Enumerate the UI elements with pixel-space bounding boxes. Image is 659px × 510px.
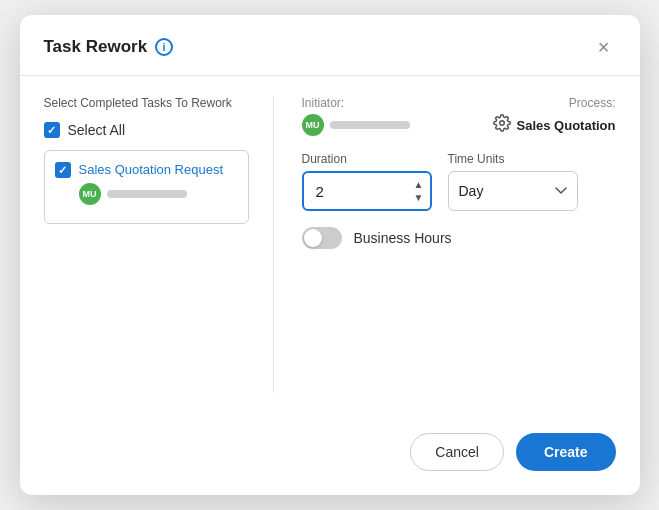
info-icon[interactable]: i bbox=[155, 38, 173, 56]
business-hours-toggle[interactable] bbox=[302, 227, 342, 249]
create-button[interactable]: Create bbox=[516, 433, 616, 471]
user-name-blurred bbox=[107, 190, 187, 198]
spinner-up-button[interactable]: ▲ bbox=[412, 179, 426, 191]
avatar: MU bbox=[79, 183, 101, 205]
process-block: Process: Sales Quotation bbox=[493, 96, 616, 136]
process-label: Process: bbox=[569, 96, 616, 110]
toggle-knob bbox=[304, 229, 322, 247]
time-units-field-block: Time Units Day Minute Hour Week Month bbox=[448, 152, 578, 211]
dialog-title-area: Task Rework i bbox=[44, 37, 174, 57]
duration-input-wrap: ▲ ▼ bbox=[302, 171, 432, 211]
duration-row: Duration ▲ ▼ Time Units Day Minute H bbox=[302, 152, 616, 211]
task-name[interactable]: Sales Quotation Request bbox=[79, 161, 224, 179]
dialog: Task Rework i × Select Completed Tasks T… bbox=[20, 15, 640, 495]
duration-label: Duration bbox=[302, 152, 432, 166]
task-user-row: MU bbox=[79, 183, 224, 205]
time-units-select[interactable]: Day Minute Hour Week Month bbox=[448, 171, 578, 211]
initiator-row: MU bbox=[302, 114, 410, 136]
svg-point-0 bbox=[499, 121, 504, 126]
task-info: Sales Quotation Request MU bbox=[79, 161, 224, 205]
tasks-list: Sales Quotation Request MU bbox=[44, 150, 249, 224]
select-all-row: Select All bbox=[44, 122, 249, 138]
left-panel: Select Completed Tasks To Rework Select … bbox=[44, 96, 274, 393]
right-panel: Initiator: MU Process: bbox=[274, 96, 616, 393]
left-panel-title: Select Completed Tasks To Rework bbox=[44, 96, 249, 110]
info-row: Initiator: MU Process: bbox=[302, 96, 616, 136]
process-icon bbox=[493, 114, 511, 136]
initiator-name-blurred bbox=[330, 121, 410, 129]
time-units-label: Time Units bbox=[448, 152, 578, 166]
business-hours-row: Business Hours bbox=[302, 227, 616, 249]
process-row: Sales Quotation bbox=[493, 114, 616, 136]
initiator-block: Initiator: MU bbox=[302, 96, 410, 136]
duration-field-block: Duration ▲ ▼ bbox=[302, 152, 432, 211]
select-all-checkbox[interactable] bbox=[44, 122, 60, 138]
cancel-button[interactable]: Cancel bbox=[410, 433, 504, 471]
select-all-label: Select All bbox=[68, 122, 126, 138]
initiator-avatar: MU bbox=[302, 114, 324, 136]
process-name: Sales Quotation bbox=[517, 118, 616, 133]
dialog-header: Task Rework i × bbox=[20, 15, 640, 76]
dialog-footer: Cancel Create bbox=[20, 417, 640, 495]
table-row: Sales Quotation Request MU bbox=[55, 161, 238, 205]
initiator-label: Initiator: bbox=[302, 96, 410, 110]
spinner-buttons: ▲ ▼ bbox=[412, 179, 426, 204]
task-checkbox[interactable] bbox=[55, 162, 71, 178]
close-button[interactable]: × bbox=[592, 35, 616, 59]
dialog-body: Select Completed Tasks To Rework Select … bbox=[20, 76, 640, 417]
spinner-down-button[interactable]: ▼ bbox=[412, 192, 426, 204]
dialog-title: Task Rework bbox=[44, 37, 148, 57]
business-hours-label: Business Hours bbox=[354, 230, 452, 246]
